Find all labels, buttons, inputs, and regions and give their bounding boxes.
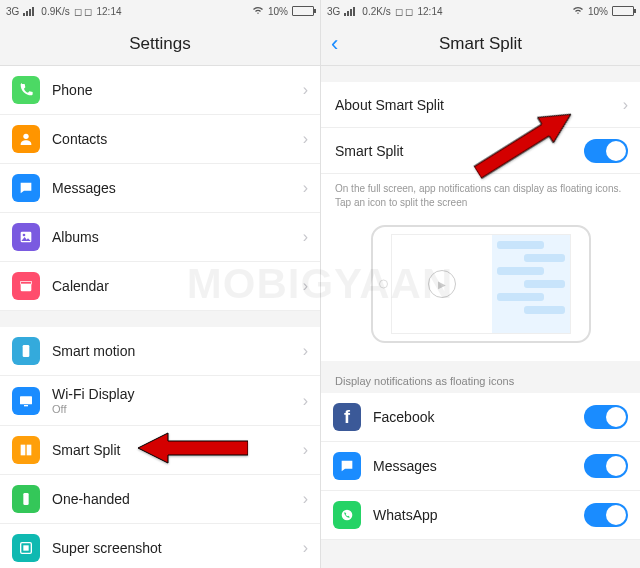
screenshot-icon: [12, 534, 40, 562]
chevron-right-icon: ›: [303, 179, 308, 197]
row-label: Contacts: [52, 131, 303, 147]
row-label: Messages: [373, 458, 584, 474]
smart-split-description: On the full screen, app notifications ca…: [321, 174, 640, 215]
settings-row-albums[interactable]: Albums ›: [0, 213, 320, 262]
battery-pct: 10%: [268, 6, 288, 17]
svg-rect-10: [27, 445, 32, 456]
settings-row-contacts[interactable]: Contacts ›: [0, 115, 320, 164]
signal-icon: [23, 6, 37, 16]
svg-rect-6: [23, 345, 30, 357]
row-label: Super screenshot: [52, 540, 303, 556]
contacts-icon: [12, 125, 40, 153]
clock: 12:14: [417, 6, 442, 17]
phone-illustration: ▶: [371, 225, 591, 343]
row-label: Calendar: [52, 278, 303, 294]
svg-rect-9: [21, 445, 26, 456]
settings-row-wifi-display[interactable]: Wi-Fi DisplayOff ›: [0, 376, 320, 426]
chevron-right-icon: ›: [303, 228, 308, 246]
chevron-right-icon: ›: [303, 342, 308, 360]
settings-row-one-handed[interactable]: One-handed ›: [0, 475, 320, 524]
back-button[interactable]: ‹: [331, 33, 338, 55]
albums-icon: [12, 223, 40, 251]
svg-rect-8: [24, 405, 28, 406]
wifi-icon: [252, 5, 264, 17]
messages-icon: [12, 174, 40, 202]
messages-toggle[interactable]: [584, 454, 628, 478]
svg-rect-11: [23, 493, 28, 505]
split-preview: ▶: [321, 215, 640, 361]
settings-row-calendar[interactable]: Calendar ›: [0, 262, 320, 311]
social-icons: ◻ ◻: [395, 6, 414, 17]
chevron-right-icon: ›: [623, 96, 628, 114]
facebook-toggle[interactable]: [584, 405, 628, 429]
row-label: Phone: [52, 82, 303, 98]
status-bar: 3G 0.2K/s ◻ ◻ 12:14 10%: [321, 0, 640, 22]
row-label: Wi-Fi DisplayOff: [52, 386, 303, 415]
wifi-icon: [572, 5, 584, 17]
messages-app-icon: [333, 452, 361, 480]
settings-row-messages[interactable]: Messages ›: [0, 164, 320, 213]
row-label: Smart Split: [335, 143, 584, 159]
svg-rect-13: [23, 545, 28, 550]
settings-row-smart-motion[interactable]: Smart motion ›: [0, 327, 320, 376]
svg-point-16: [342, 510, 353, 521]
status-bar: 3G 0.9K/s ◻ ◻ 12:14 10%: [0, 0, 320, 22]
battery-icon: [292, 6, 314, 16]
battery-icon: [612, 6, 634, 16]
one-handed-icon: [12, 485, 40, 513]
smart-split-toggle[interactable]: [584, 139, 628, 163]
settings-row-super-screenshot[interactable]: Super screenshot ›: [0, 524, 320, 568]
chevron-right-icon: ›: [303, 277, 308, 295]
navbar-title: Settings: [0, 22, 320, 66]
row-label: Smart Split: [52, 442, 303, 458]
battery-pct: 10%: [588, 6, 608, 17]
smart-split-icon: [12, 436, 40, 464]
row-label: About Smart Split: [335, 97, 623, 113]
row-label: Messages: [52, 180, 303, 196]
section-heading: Display notifications as floating icons: [321, 361, 640, 393]
svg-point-0: [23, 134, 28, 139]
row-label: One-handed: [52, 491, 303, 507]
row-label: Smart motion: [52, 343, 303, 359]
chevron-right-icon: ›: [303, 81, 308, 99]
app-row-whatsapp[interactable]: WhatsApp: [321, 491, 640, 540]
network-label: 3G: [327, 6, 340, 17]
chevron-right-icon: ›: [303, 539, 308, 557]
settings-row-phone[interactable]: Phone ›: [0, 66, 320, 115]
signal-icon: [344, 6, 358, 16]
chevron-right-icon: ›: [303, 490, 308, 508]
whatsapp-toggle[interactable]: [584, 503, 628, 527]
about-smart-split-row[interactable]: About Smart Split ›: [321, 82, 640, 128]
svg-rect-4: [21, 281, 32, 284]
app-row-facebook[interactable]: f Facebook: [321, 393, 640, 442]
phone-icon: [12, 76, 40, 104]
network-label: 3G: [6, 6, 19, 17]
social-icons: ◻ ◻: [74, 6, 93, 17]
row-label: Facebook: [373, 409, 584, 425]
facebook-icon: f: [333, 403, 361, 431]
smart-split-toggle-row[interactable]: Smart Split: [321, 128, 640, 174]
row-label: WhatsApp: [373, 507, 584, 523]
navbar-title: ‹ Smart Split: [321, 22, 640, 66]
clock: 12:14: [96, 6, 121, 17]
net-speed: 0.2K/s: [362, 6, 390, 17]
net-speed: 0.9K/s: [41, 6, 69, 17]
calendar-icon: [12, 272, 40, 300]
chevron-right-icon: ›: [303, 441, 308, 459]
whatsapp-icon: [333, 501, 361, 529]
svg-rect-7: [20, 396, 32, 404]
play-icon: ▶: [428, 270, 456, 298]
settings-row-smart-split[interactable]: Smart Split ›: [0, 426, 320, 475]
chevron-right-icon: ›: [303, 130, 308, 148]
svg-point-2: [23, 234, 26, 237]
chevron-right-icon: ›: [303, 392, 308, 410]
app-row-messages[interactable]: Messages: [321, 442, 640, 491]
row-label: Albums: [52, 229, 303, 245]
wifi-display-icon: [12, 387, 40, 415]
smart-motion-icon: [12, 337, 40, 365]
